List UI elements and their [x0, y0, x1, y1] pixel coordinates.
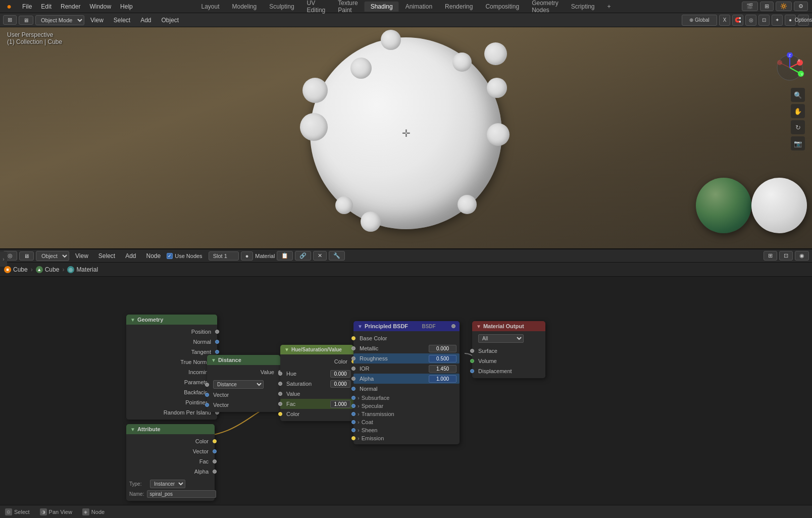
tab-shading[interactable]: Shading: [365, 2, 399, 12]
shader-menu-add[interactable]: Add: [121, 251, 140, 261]
tab-texture-paint[interactable]: Texture Paint: [332, 0, 364, 15]
geometry-position-socket[interactable]: [215, 330, 219, 334]
material-preview-sphere[interactable]: [751, 178, 807, 233]
shader-snap-btn[interactable]: ⊞: [764, 251, 777, 261]
tab-sculpting[interactable]: Sculpting: [263, 2, 300, 12]
bsdf-roughness-socket[interactable]: [351, 356, 356, 360]
viewport-3d[interactable]: User Perspective (1) Collection | Cube ✛: [0, 27, 812, 248]
distance-vector1-socket[interactable]: [205, 393, 209, 397]
distance-type-socket[interactable]: [205, 383, 209, 387]
blender-logo-icon[interactable]: ●: [4, 2, 14, 12]
node-attribute[interactable]: ▼ Attribute Color Vector Fac Alpha Typ: [126, 424, 215, 501]
breadcrumb-cube1[interactable]: ■ Cube: [4, 266, 28, 273]
breadcrumb-material[interactable]: ◎ Material: [67, 266, 98, 273]
hsv-sat-socket[interactable]: [278, 382, 282, 386]
tab-add-workspace[interactable]: +: [601, 2, 617, 12]
node-distance[interactable]: ▼ Distance Value Distance Vector Vector: [207, 355, 280, 412]
attribute-alpha-socket[interactable]: [213, 470, 217, 474]
use-nodes-label[interactable]: Use Nodes: [175, 253, 202, 259]
distance-vector2-socket[interactable]: [205, 403, 209, 407]
bsdf-subsurface-expand[interactable]: › Subsurface: [353, 394, 460, 402]
viewport-menu-object[interactable]: Object: [158, 16, 183, 25]
gizmo-btn[interactable]: ✦: [772, 15, 783, 26]
pan-btn[interactable]: ✋: [791, 104, 805, 118]
distance-type-select[interactable]: Distance: [213, 380, 264, 389]
shader-view-btn[interactable]: ◉: [795, 251, 809, 261]
node-editor[interactable]: ▼ Geometry Position Normal Tangent True …: [0, 277, 812, 505]
proportional-edit[interactable]: ◎: [745, 15, 756, 26]
node-principled-bsdf[interactable]: ▼ Principled BSDF BSDF Base Color Metall…: [353, 321, 460, 444]
tab-uv-editing[interactable]: UV Editing: [301, 0, 332, 15]
tab-layout[interactable]: Layout: [195, 2, 225, 12]
attribute-vector-socket[interactable]: [213, 449, 217, 453]
hsv-fac-value[interactable]: [330, 400, 350, 408]
axis-gizmo[interactable]: X Z Y: [775, 53, 805, 83]
node-geometry[interactable]: ▼ Geometry Position Normal Tangent True …: [126, 315, 217, 420]
bsdf-ior-value[interactable]: [429, 365, 456, 373]
use-nodes-checkbox[interactable]: ✓: [167, 253, 173, 259]
hsv-sat-value[interactable]: [330, 380, 350, 388]
hsv-color-in-socket[interactable]: [278, 412, 282, 416]
scene-selector[interactable]: 🎬: [742, 2, 758, 11]
attribute-name-input[interactable]: [147, 490, 216, 498]
bsdf-coat-socket[interactable]: [351, 420, 356, 424]
transform-global[interactable]: ⊕ Global: [682, 15, 717, 26]
bsdf-ior-socket[interactable]: [351, 367, 356, 371]
material-settings[interactable]: 🔧: [329, 251, 345, 261]
material-copy[interactable]: 📋: [277, 251, 293, 261]
output-surface-socket[interactable]: [470, 349, 474, 353]
hdri-preview-sphere[interactable]: [696, 178, 751, 233]
hsv-fac-socket[interactable]: [278, 402, 282, 406]
bsdf-base-color-socket[interactable]: [351, 336, 356, 340]
shader-menu-node[interactable]: Node: [142, 251, 165, 261]
camera-btn[interactable]: 📷: [791, 136, 805, 150]
bsdf-sheen-socket[interactable]: [351, 428, 356, 432]
bsdf-subsurface-socket[interactable]: [351, 396, 356, 400]
slot-select[interactable]: Slot 1: [209, 251, 239, 261]
attribute-type-select[interactable]: Instancer: [150, 480, 185, 488]
bsdf-metallic-value[interactable]: [429, 345, 456, 352]
hsv-hue-value[interactable]: [330, 370, 350, 378]
menu-help[interactable]: Help: [116, 2, 137, 11]
zoom-in-btn[interactable]: 🔍: [791, 88, 805, 102]
shader-overlay-btn[interactable]: ⊡: [779, 251, 793, 261]
node-material-output[interactable]: ▼ Material Output All Surface Volume Dis…: [472, 321, 545, 378]
transform-snap[interactable]: 🧲: [732, 15, 743, 26]
viewport-menu-select[interactable]: Select: [110, 16, 134, 25]
tab-animation[interactable]: Animation: [399, 2, 438, 12]
bsdf-roughness-value[interactable]: [429, 355, 456, 362]
bsdf-specular-socket[interactable]: [351, 404, 356, 408]
bsdf-specular-expand[interactable]: › Specular: [353, 402, 460, 410]
object-mode-select[interactable]: Object Mode: [35, 15, 84, 25]
bsdf-normal-socket[interactable]: [351, 387, 356, 391]
shader-object-type[interactable]: Object: [36, 251, 69, 261]
attribute-color-socket[interactable]: [213, 439, 217, 443]
menu-window[interactable]: Window: [85, 2, 115, 11]
geometry-tangent-socket[interactable]: [215, 350, 219, 354]
geometry-normal-socket[interactable]: [215, 340, 219, 344]
overlay-btn[interactable]: ⊡: [758, 15, 770, 26]
output-displacement-socket[interactable]: [470, 369, 474, 373]
bsdf-sheen-expand[interactable]: › Sheen: [353, 426, 460, 434]
tab-compositing[interactable]: Compositing: [479, 2, 525, 12]
shader-mode-icon[interactable]: 🖥: [19, 251, 34, 261]
bsdf-alpha-socket[interactable]: [351, 377, 356, 381]
render-btn[interactable]: 🔆: [776, 2, 792, 11]
tab-rendering[interactable]: Rendering: [439, 2, 479, 12]
bsdf-emission-socket[interactable]: [351, 436, 356, 440]
rotate-btn[interactable]: ↻: [791, 120, 805, 134]
breadcrumb-cube2[interactable]: ▲ Cube: [36, 266, 60, 273]
bsdf-metallic-socket[interactable]: [351, 346, 356, 350]
menu-file[interactable]: File: [18, 2, 36, 11]
options-btn[interactable]: Options: [798, 15, 809, 26]
editor-type-btn[interactable]: ⊞: [3, 15, 17, 25]
attribute-fac-socket[interactable]: [213, 459, 217, 463]
bsdf-alpha-value[interactable]: [429, 375, 456, 383]
output-dropdown[interactable]: All: [478, 334, 524, 343]
material-new[interactable]: 🔗: [295, 251, 311, 261]
viewport-icon[interactable]: 🖥: [19, 16, 33, 25]
menu-edit[interactable]: Edit: [37, 2, 56, 11]
view-settings[interactable]: ⚙: [794, 2, 808, 11]
tab-geometry-nodes[interactable]: Geometry Nodes: [526, 0, 565, 15]
bsdf-emission-expand[interactable]: › Emission: [353, 434, 460, 442]
